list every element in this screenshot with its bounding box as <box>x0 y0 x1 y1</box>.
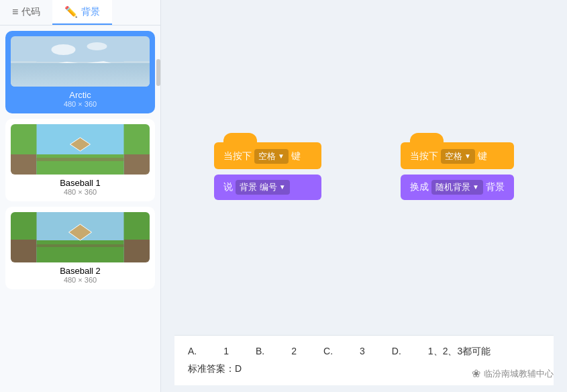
block-event-2-suffix: 键 <box>478 150 487 162</box>
left-panel: ≡ 代码 ✏️ 背景 1 ✕ <box>0 0 161 392</box>
item-name-baseball1: Baseball 1 <box>11 178 150 188</box>
dropdown-arrow-1b: ▼ <box>279 183 286 191</box>
bg-item-baseball1[interactable]: 2 Baseball 1 480 × 360 <box>5 119 155 201</box>
svg-rect-2 <box>37 62 124 66</box>
answer-d-text: 1、2、3都可能 <box>428 346 491 358</box>
svg-point-4 <box>87 42 107 50</box>
block-event-2: 当按下 空格 ▼ 键 <box>401 142 514 169</box>
block-event-2-prefix: 当按下 <box>410 150 438 162</box>
watermark: ❀ 临汾南城教辅中心 <box>472 367 554 380</box>
item-size-baseball2: 480 × 360 <box>11 276 150 284</box>
block-say-prefix: 说 <box>223 181 233 193</box>
answer-d-letter: D. <box>392 346 401 358</box>
item-name-baseball2: Baseball 2 <box>11 266 150 276</box>
tab-background[interactable]: ✏️ 背景 <box>52 0 112 25</box>
answer-b: B. 2 <box>256 346 297 358</box>
answer-a-text: 1 <box>223 346 229 358</box>
answer-d: D. 1、2、3都可能 <box>392 346 491 358</box>
block-group-1: 当按下 空格 ▼ 键 说 背景 编号 ▼ <box>214 142 321 200</box>
item-label-baseball1: Baseball 1 480 × 360 <box>11 178 150 196</box>
block-event-2-dropdown[interactable]: 空格 ▼ <box>441 149 475 164</box>
code-icon: ≡ <box>12 6 18 18</box>
block-say-1: 说 背景 编号 ▼ <box>214 175 321 200</box>
block-switch-suffix: 背景 <box>486 181 505 193</box>
answer-options: A. 1 B. 2 C. 3 D. 1、2、3都可能 <box>188 346 540 358</box>
block-switch-prefix: 换成 <box>410 181 429 193</box>
svg-point-3 <box>52 44 76 55</box>
block-switch-dropdown[interactable]: 随机背景 ▼ <box>431 180 483 195</box>
content-area: 当按下 空格 ▼ 键 说 背景 编号 ▼ <box>161 0 567 392</box>
answer-b-letter: B. <box>256 346 264 358</box>
answer-a-letter: A. <box>188 346 197 358</box>
block-say-dropdown[interactable]: 背景 编号 ▼ <box>236 180 290 195</box>
thumbnail-baseball2 <box>11 212 150 262</box>
blocks-row: 当按下 空格 ▼ 键 说 背景 编号 ▼ <box>174 7 554 335</box>
thumbnail-baseball1 <box>11 124 150 175</box>
thumbnail-arctic <box>11 36 150 87</box>
block-event-1-suffix: 键 <box>291 150 301 162</box>
block-switch-2: 换成 随机背景 ▼ 背景 <box>401 175 514 200</box>
dropdown-arrow-2b: ▼ <box>472 183 479 191</box>
svg-rect-14 <box>37 244 124 247</box>
tab-code-label: 代码 <box>21 6 40 18</box>
scrollbar[interactable] <box>156 59 160 86</box>
block-event-1: 当按下 空格 ▼ 键 <box>214 142 321 169</box>
tab-bar: ≡ 代码 ✏️ 背景 <box>0 0 160 26</box>
watermark-icon: ❀ <box>472 367 480 380</box>
tab-code[interactable]: ≡ 代码 <box>0 1 52 25</box>
dropdown-arrow-1a: ▼ <box>278 152 285 160</box>
block-group-2: 当按下 空格 ▼ 键 换成 随机背景 ▼ 背景 <box>401 142 514 200</box>
background-list[interactable]: 1 ✕ A <box>0 26 160 392</box>
svg-rect-12 <box>37 240 124 262</box>
item-name-arctic: Arctic <box>11 90 150 100</box>
watermark-text: 临汾南城教辅中心 <box>484 368 554 380</box>
bg-item-arctic[interactable]: 1 ✕ A <box>5 31 155 113</box>
svg-rect-8 <box>37 154 124 175</box>
block-event-1-prefix: 当按下 <box>223 150 252 162</box>
dropdown-arrow-2a: ▼ <box>464 152 471 160</box>
item-label-baseball2: Baseball 2 480 × 360 <box>11 266 150 284</box>
answer-c: C. 3 <box>323 346 365 358</box>
answer-a: A. 1 <box>188 346 229 358</box>
item-size-baseball1: 480 × 360 <box>11 188 150 196</box>
background-tab-icon: ✏️ <box>64 5 78 18</box>
item-label-arctic: Arctic 480 × 360 <box>11 90 150 108</box>
item-size-arctic: 480 × 360 <box>11 100 150 108</box>
svg-rect-0 <box>37 36 124 87</box>
answer-c-letter: C. <box>323 346 333 358</box>
tab-background-label: 背景 <box>81 6 100 18</box>
block-event-1-dropdown[interactable]: 空格 ▼ <box>254 149 289 164</box>
svg-rect-1 <box>37 63 124 87</box>
answer-c-text: 3 <box>360 346 365 358</box>
standard-answer-label: 标准答案： <box>188 363 235 374</box>
svg-rect-10 <box>37 158 124 161</box>
bg-item-baseball2[interactable]: 3 Baseball 2 480 × 360 <box>5 207 155 289</box>
standard-answer-value: D <box>235 363 242 374</box>
answer-b-text: 2 <box>291 346 297 358</box>
